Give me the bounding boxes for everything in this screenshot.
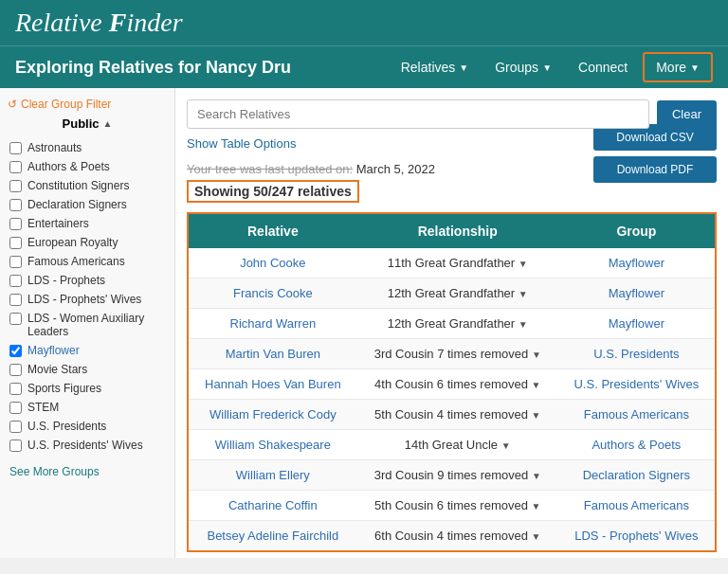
sidebar: ↺ Clear Group Filter Public ▲ Astronauts…: [0, 88, 175, 558]
sidebar-item-sports-figures[interactable]: Sports Figures: [8, 379, 167, 398]
sidebar-item-declaration-signers[interactable]: Declaration Signers: [8, 195, 167, 214]
dropdown-arrow-icon[interactable]: ▼: [532, 380, 541, 390]
cell-relationship: 12th Great Grandfather ▼: [357, 278, 558, 309]
nav-relatives[interactable]: Relatives ▼: [390, 54, 481, 81]
cell-relative[interactable]: Hannah Hoes Van Buren: [188, 369, 357, 400]
sidebar-item-entertainers[interactable]: Entertainers: [8, 214, 167, 233]
dropdown-arrow-icon[interactable]: ▼: [532, 501, 541, 511]
public-label: Public ▲: [8, 117, 167, 131]
col-header-group: Group: [558, 213, 716, 248]
sidebar-item-lds-prophets[interactable]: LDS - Prophets: [8, 271, 167, 290]
see-more-groups[interactable]: See More Groups: [8, 462, 167, 481]
checkbox-lds-prophets-wives[interactable]: [9, 294, 22, 306]
dropdown-arrow-icon[interactable]: ▼: [532, 471, 541, 481]
sidebar-item-astronauts[interactable]: Astronauts: [8, 138, 167, 157]
cell-relative[interactable]: Catharine Coffin: [188, 491, 357, 521]
sidebar-item-movie-stars[interactable]: Movie Stars: [8, 360, 167, 379]
checkbox-astronauts[interactable]: [9, 142, 22, 154]
chevron-down-icon: ▼: [542, 63, 552, 73]
cell-group[interactable]: Mayflower: [558, 309, 716, 339]
nav-more[interactable]: More ▼: [643, 52, 713, 82]
chevron-down-icon: ▼: [690, 63, 700, 73]
download-pdf-button[interactable]: Download PDF: [593, 156, 717, 183]
relatives-table: Relative Relationship Group John Cooke 1…: [187, 212, 717, 552]
search-input[interactable]: [187, 99, 649, 129]
cell-group[interactable]: Famous Americans: [558, 491, 716, 521]
sidebar-item-us-presidents-wives[interactable]: U.S. Presidents' Wives: [8, 436, 167, 455]
cell-group[interactable]: Mayflower: [558, 248, 716, 278]
nav-header: Exploring Relatives for Nancy Dru Relati…: [0, 45, 728, 88]
checkbox-famous-americans[interactable]: [9, 256, 22, 268]
cell-group[interactable]: LDS - Prophets' Wives: [558, 521, 716, 552]
sidebar-item-authors-poets[interactable]: Authors & Poets: [8, 157, 167, 176]
checkbox-movie-stars[interactable]: [9, 364, 22, 376]
nav-groups[interactable]: Groups ▼: [483, 54, 563, 81]
cell-group[interactable]: U.S. Presidents: [558, 339, 716, 369]
table-row: Catharine Coffin 5th Cousin 6 times remo…: [188, 491, 716, 521]
cell-relative[interactable]: Francis Cooke: [188, 278, 357, 309]
cell-group[interactable]: U.S. Presidents' Wives: [558, 369, 716, 400]
logo: Relative Finder: [15, 8, 183, 38]
cell-relationship: 11th Great Grandfather ▼: [357, 248, 558, 278]
sidebar-item-us-presidents[interactable]: U.S. Presidents: [8, 417, 167, 436]
cell-relative[interactable]: Betsey Adeline Fairchild: [188, 521, 357, 552]
content-area: Clear Show Table Options Download CSV Do…: [175, 88, 728, 558]
table-row: Richard Warren 12th Great Grandfather ▼ …: [188, 309, 716, 339]
checkbox-us-presidents-wives[interactable]: [9, 439, 22, 452]
sidebar-item-lds-prophets-wives[interactable]: LDS - Prophets' Wives: [8, 290, 167, 309]
search-bar: Clear: [187, 99, 717, 129]
dropdown-arrow-icon[interactable]: ▼: [519, 259, 528, 269]
cell-relative[interactable]: Richard Warren: [188, 309, 357, 339]
download-area: Download CSV Download PDF: [593, 124, 717, 183]
info-download-area: Download CSV Download PDF Your tree was …: [187, 162, 717, 212]
sidebar-item-lds-women-auxiliary[interactable]: LDS - Women Auxiliary Leaders: [8, 309, 167, 341]
checkbox-lds-women-auxiliary[interactable]: [9, 313, 22, 325]
cell-relative[interactable]: John Cooke: [188, 248, 357, 278]
sidebar-item-famous-americans[interactable]: Famous Americans: [8, 252, 167, 271]
cell-relationship: 12th Great Grandfather ▼: [357, 309, 558, 339]
dropdown-arrow-icon[interactable]: ▼: [532, 531, 541, 542]
table-row: John Cooke 11th Great Grandfather ▼ Mayf…: [188, 248, 716, 278]
sidebar-item-european-royalty[interactable]: European Royalty: [8, 233, 167, 252]
cell-relationship: 5th Cousin 6 times removed ▼: [357, 491, 558, 521]
table-row: Betsey Adeline Fairchild 6th Cousin 4 ti…: [188, 521, 716, 552]
cell-relative[interactable]: Martin Van Buren: [188, 339, 357, 369]
nav-connect[interactable]: Connect: [567, 54, 639, 81]
table-row: William Frederick Cody 5th Cousin 4 time…: [188, 400, 716, 430]
col-header-relationship: Relationship: [357, 213, 558, 248]
dropdown-arrow-icon[interactable]: ▼: [532, 410, 541, 421]
checkbox-lds-prophets[interactable]: [9, 275, 22, 287]
sidebar-item-stem[interactable]: STEM: [8, 398, 167, 417]
checkbox-authors-poets[interactable]: [9, 161, 22, 173]
dropdown-arrow-icon[interactable]: ▼: [532, 350, 541, 360]
cell-group[interactable]: Declaration Signers: [558, 460, 716, 491]
checkbox-stem[interactable]: [9, 402, 22, 414]
checkbox-us-presidents[interactable]: [9, 421, 22, 433]
checkbox-sports-figures[interactable]: [9, 383, 22, 395]
cell-relationship: 3rd Cousin 9 times removed ▼: [357, 460, 558, 491]
cell-relationship: 14th Great Uncle ▼: [357, 430, 558, 460]
table-row: William Shakespeare 14th Great Uncle ▼ A…: [188, 430, 716, 460]
checkbox-entertainers[interactable]: [9, 218, 22, 230]
cell-relative[interactable]: William Ellery: [188, 460, 357, 491]
cell-group[interactable]: Mayflower: [558, 278, 716, 309]
cell-relative[interactable]: William Shakespeare: [188, 430, 357, 460]
sidebar-item-constitution-signers[interactable]: Constitution Signers: [8, 176, 167, 195]
cell-group[interactable]: Famous Americans: [558, 400, 716, 430]
clear-group-filter[interactable]: ↺ Clear Group Filter: [8, 98, 167, 111]
sidebar-item-mayflower[interactable]: Mayflower: [8, 341, 167, 360]
clear-button[interactable]: Clear: [657, 100, 717, 128]
checkbox-declaration-signers[interactable]: [9, 199, 22, 211]
cell-relationship: 3rd Cousin 7 times removed ▼: [357, 339, 558, 369]
cell-relationship: 5th Cousin 4 times removed ▼: [357, 400, 558, 430]
col-header-relative: Relative: [188, 213, 357, 248]
dropdown-arrow-icon[interactable]: ▼: [519, 289, 528, 299]
checkbox-mayflower[interactable]: [9, 345, 22, 357]
cell-group[interactable]: Authors & Poets: [558, 430, 716, 460]
checkbox-constitution-signers[interactable]: [9, 180, 22, 192]
dropdown-arrow-icon[interactable]: ▼: [519, 319, 528, 330]
cell-relative[interactable]: William Frederick Cody: [188, 400, 357, 430]
table-row: Hannah Hoes Van Buren 4th Cousin 6 times…: [188, 369, 716, 400]
checkbox-european-royalty[interactable]: [9, 237, 22, 249]
dropdown-arrow-icon[interactable]: ▼: [501, 440, 511, 451]
